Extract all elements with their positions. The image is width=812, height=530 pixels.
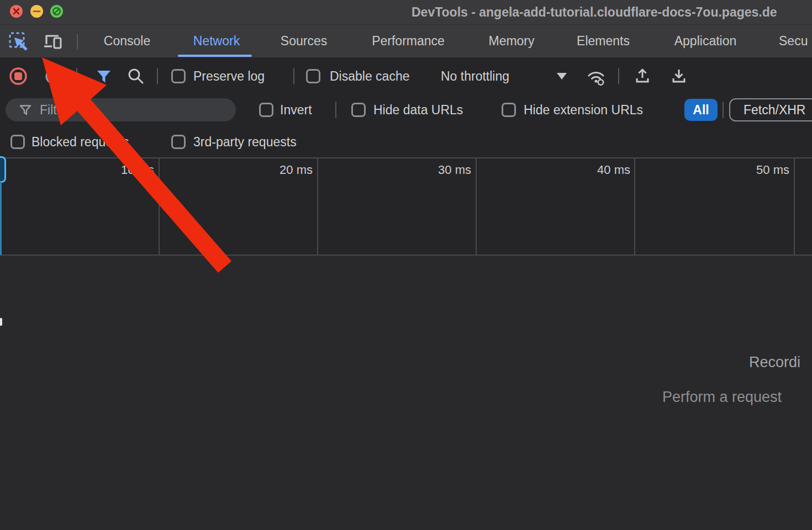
export-har-button[interactable] <box>669 66 688 88</box>
timeline-gridline <box>794 158 795 255</box>
divider <box>293 68 294 84</box>
timeline-gridline <box>634 158 635 255</box>
blocked-requests-label[interactable]: Blocked requests <box>31 135 129 149</box>
third-party-requests-label[interactable]: 3rd-party requests <box>193 135 297 149</box>
network-conditions-icon <box>584 65 608 88</box>
device-toolbar-icon <box>42 31 64 53</box>
filter-toggle-icon <box>95 67 113 85</box>
timeline-gridline <box>476 158 477 255</box>
toggle-device-toolbar-button[interactable] <box>42 31 64 55</box>
divider <box>0 157 812 158</box>
active-tab-underline <box>178 55 252 57</box>
divider <box>157 68 158 84</box>
zoom-disabled-icon <box>50 5 63 18</box>
timeline-marker-20ms: 20 ms <box>280 163 313 177</box>
hide-data-urls-checkbox[interactable] <box>351 103 366 117</box>
divider <box>77 34 78 49</box>
tab-performance[interactable]: Performance <box>372 24 445 57</box>
timeline-marker-10ms: 10 ms <box>121 163 154 177</box>
stop-recording-button[interactable] <box>8 66 28 88</box>
network-conditions-button[interactable] <box>584 65 608 91</box>
preserve-log-checkbox[interactable] <box>171 69 186 83</box>
timeline-marker-40ms: 40 ms <box>597 163 630 177</box>
chevron-down-icon[interactable] <box>557 73 567 80</box>
divider <box>618 68 619 84</box>
tab-console[interactable]: Console <box>104 24 150 57</box>
recording-status-text: Recordi <box>749 354 800 371</box>
close-icon <box>10 5 23 18</box>
inspect-icon <box>8 31 30 53</box>
close-window-button[interactable] <box>10 5 23 18</box>
invert-label[interactable]: Invert <box>280 103 312 117</box>
divider <box>76 68 77 84</box>
minimize-icon <box>30 5 43 18</box>
zoom-window-button[interactable] <box>50 5 63 18</box>
clear-icon <box>44 67 63 86</box>
timeline-marker-50ms: 50 ms <box>756 163 789 177</box>
tab-security[interactable]: Secu <box>779 24 808 57</box>
tab-sources[interactable]: Sources <box>281 24 327 57</box>
hide-extension-urls-checkbox[interactable] <box>502 103 516 117</box>
window-title: DevTools - angela-add-tutorial.cloudflar… <box>412 5 777 20</box>
hide-data-urls-label[interactable]: Hide data URLs <box>373 103 463 117</box>
preserve-log-label[interactable]: Preserve log <box>193 69 265 83</box>
third-party-requests-checkbox[interactable] <box>171 135 186 149</box>
overview-event-line <box>0 182 2 255</box>
search-icon <box>127 67 145 85</box>
inspect-element-button[interactable] <box>8 31 30 55</box>
request-type-fetch-xhr-button[interactable]: Fetch/XHR <box>729 98 812 121</box>
blocked-requests-checkbox[interactable] <box>10 135 25 149</box>
divider <box>723 102 724 118</box>
tab-application[interactable]: Application <box>674 24 737 57</box>
timeline-gridline <box>317 158 318 255</box>
filter-input[interactable] <box>40 100 228 120</box>
disable-cache-label[interactable]: Disable cache <box>330 69 409 83</box>
perform-request-hint-text: Perform a request <box>662 389 782 406</box>
import-har-button[interactable] <box>633 66 652 88</box>
devtools-window: DevTools - angela-add-tutorial.cloudflar… <box>0 0 812 530</box>
tab-network[interactable]: Network <box>193 24 240 57</box>
overview-drag-handle[interactable] <box>0 156 6 183</box>
divider <box>335 102 336 118</box>
minimize-window-button[interactable] <box>30 5 43 18</box>
tab-memory[interactable]: Memory <box>488 24 534 57</box>
filter-funnel-icon <box>19 103 32 119</box>
disable-cache-checkbox[interactable] <box>306 69 320 83</box>
request-type-all-button[interactable]: All <box>684 99 718 121</box>
invert-checkbox[interactable] <box>259 103 273 117</box>
tab-elements[interactable]: Elements <box>577 24 630 57</box>
timeline-marker-30ms: 30 ms <box>438 163 471 177</box>
hide-extension-urls-label[interactable]: Hide extension URLs <box>524 103 643 117</box>
import-har-icon <box>633 66 652 86</box>
timeline-gridline <box>159 158 160 255</box>
search-button[interactable] <box>127 67 145 87</box>
clear-network-log-button[interactable] <box>44 67 63 88</box>
overview-handle-grip <box>0 318 2 326</box>
record-stop-icon <box>8 66 28 86</box>
throttling-select[interactable]: No throttling <box>441 69 509 83</box>
filter-toggle-button[interactable] <box>95 67 113 87</box>
export-har-icon <box>669 66 688 86</box>
